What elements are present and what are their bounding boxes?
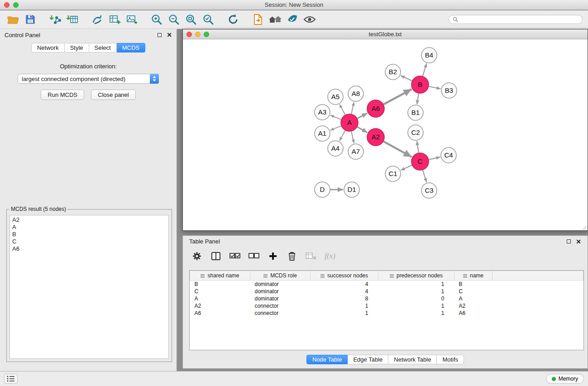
graph-edge-C-C1[interactable] [401, 165, 411, 170]
run-mcds-button[interactable]: Run MCDS [41, 90, 84, 100]
table-row[interactable]: Adominator80A [190, 295, 583, 302]
close-panel-button[interactable]: Close panel [91, 90, 136, 100]
tab-network[interactable]: Network [31, 43, 65, 52]
tab-network-table[interactable]: Network Table [388, 355, 437, 364]
tab-motifs[interactable]: Motifs [437, 355, 464, 364]
zoom-in-button[interactable] [148, 12, 165, 27]
mcds-result-item[interactable]: B [12, 231, 166, 238]
style-check-button[interactable] [284, 12, 301, 27]
graph-edge-A-A7[interactable] [351, 132, 354, 143]
graph-edge-A-A6[interactable] [358, 113, 368, 119]
graph-node-C[interactable]: C [411, 153, 429, 170]
graph-node-A7[interactable]: A7 [348, 144, 363, 159]
select-all-columns-button[interactable] [226, 248, 244, 264]
task-history-button[interactable] [4, 374, 18, 384]
table-row[interactable]: Cdominator41C [190, 288, 583, 295]
network-canvas[interactable]: B4B2BB3A5A8A6B1A3AC2A1A2A4A7C4CC1C3DD1 [183, 40, 588, 230]
home-network-button[interactable] [267, 12, 284, 27]
graph-node-D1[interactable]: D1 [344, 182, 359, 197]
import-network-button[interactable] [47, 12, 64, 27]
graph-edge-C-C3[interactable] [423, 170, 426, 182]
graph-node-A4[interactable]: A4 [328, 141, 343, 156]
graph-node-B2[interactable]: B2 [385, 64, 401, 80]
criterion-dropdown[interactable]: largest connected component (directed) [18, 74, 159, 84]
graph-node-D[interactable]: D [315, 182, 330, 197]
create-column-button[interactable] [264, 248, 282, 264]
float-panel-icon[interactable] [158, 33, 162, 37]
import-table-button[interactable] [64, 12, 81, 27]
tab-select[interactable]: Select [89, 43, 117, 52]
graph-edge-A2-C[interactable] [384, 142, 412, 157]
column-header-shared-name[interactable]: shared name [190, 271, 250, 281]
show-graphics-details-button[interactable] [301, 12, 318, 27]
graph-edge-A-A2[interactable] [358, 127, 368, 133]
zoom-selected-button[interactable] [200, 12, 217, 27]
network-edit-button[interactable] [89, 12, 106, 27]
graph-node-B4[interactable]: B4 [421, 48, 437, 63]
new-network-from-table-button[interactable] [106, 12, 123, 27]
graph-edge-B-B4[interactable] [423, 63, 427, 76]
network-window-titlebar[interactable]: testGlobe.txt [183, 29, 588, 39]
graph-node-A5[interactable]: A5 [328, 89, 343, 105]
graph-node-C3[interactable]: C3 [421, 183, 437, 198]
graph-node-A6[interactable]: A6 [367, 100, 384, 117]
column-header-successor-nodes[interactable]: successor nodes [311, 271, 378, 281]
delete-table-button[interactable] [302, 248, 320, 264]
graph-node-A8[interactable]: A8 [348, 86, 363, 101]
mcds-result-list[interactable]: A2ABCA6 [10, 215, 169, 359]
graph-edge-A-A3[interactable] [330, 115, 341, 119]
float-table-panel-icon[interactable] [567, 239, 571, 243]
graph-node-A3[interactable]: A3 [315, 105, 330, 120]
delete-column-button[interactable] [283, 248, 301, 264]
close-window-button[interactable] [4, 2, 10, 8]
graph-node-A2[interactable]: A2 [367, 129, 384, 146]
tab-mcds[interactable]: MCDS [117, 43, 145, 52]
mcds-result-item[interactable]: A6 [12, 245, 166, 253]
graph-edge-A-A4[interactable] [339, 131, 345, 141]
column-header-name[interactable]: name [454, 271, 492, 281]
save-session-button[interactable] [22, 12, 39, 27]
close-table-panel-icon[interactable]: ✕ [576, 238, 581, 245]
network-close-button[interactable] [186, 32, 192, 37]
network-minimize-button[interactable] [195, 32, 201, 37]
graph-node-C2[interactable]: C2 [408, 125, 423, 140]
table-settings-button[interactable] [188, 248, 206, 264]
tab-style[interactable]: Style [65, 43, 89, 52]
graph-edge-A-A8[interactable] [351, 102, 354, 114]
graph-edge-A-A5[interactable] [339, 105, 345, 115]
column-header-MCDS-role[interactable]: MCDS role [250, 271, 311, 281]
tab-node-table[interactable]: Node Table [306, 355, 348, 364]
graph-node-A[interactable]: A [341, 114, 358, 131]
column-header-predecessor-nodes[interactable]: predecessor nodes [378, 271, 454, 281]
mcds-result-item[interactable]: A [12, 224, 166, 231]
memory-button[interactable]: Memory [546, 374, 584, 384]
table-row[interactable]: A6connector11A6 [190, 310, 583, 317]
mcds-result-item[interactable]: A2 [12, 216, 166, 224]
graph-edge-B-B2[interactable] [401, 76, 412, 81]
zoom-window-button[interactable] [13, 2, 19, 8]
graph-node-B[interactable]: B [411, 76, 429, 93]
refresh-view-button[interactable] [225, 12, 242, 27]
resize-grip-icon[interactable] [582, 224, 587, 230]
function-builder-button[interactable]: f(x) [321, 248, 339, 264]
graph-edge-C-C4[interactable] [429, 157, 440, 160]
table-row[interactable]: Bdominator41B [190, 281, 583, 288]
zoom-fit-button[interactable] [182, 12, 200, 27]
network-zoom-button[interactable] [204, 32, 209, 37]
show-column-button[interactable] [207, 248, 225, 264]
graph-node-B3[interactable]: B3 [441, 83, 457, 98]
open-session-file-button[interactable] [249, 12, 267, 27]
export-image-button[interactable] [123, 12, 140, 27]
graph-edge-A6-B[interactable] [384, 89, 412, 104]
graph-node-B1[interactable]: B1 [408, 105, 423, 120]
open-session-button[interactable] [5, 12, 22, 27]
table-row[interactable]: A2connector11A2 [190, 302, 583, 310]
graph-edge-B-B3[interactable] [429, 86, 441, 89]
graph-node-C1[interactable]: C1 [385, 166, 401, 181]
graph-node-A1[interactable]: A1 [315, 126, 330, 141]
close-panel-icon[interactable]: ✕ [167, 32, 172, 38]
unselect-all-columns-button[interactable] [245, 248, 263, 264]
tab-edge-table[interactable]: Edge Table [348, 355, 388, 364]
mcds-result-item[interactable]: C [12, 238, 166, 245]
zoom-out-button[interactable] [165, 12, 182, 27]
